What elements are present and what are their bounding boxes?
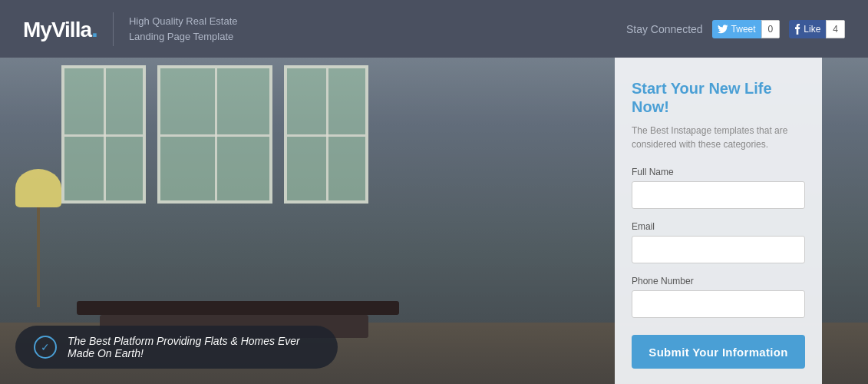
facebook-icon: Like [789, 20, 826, 38]
full-name-input[interactable] [632, 181, 805, 209]
submit-button[interactable]: Submit Your Information [632, 335, 805, 369]
logo-text: MyVilla. [23, 15, 97, 43]
check-circle: ✓ [34, 336, 57, 359]
logo-area: MyVilla. High Quality Real Estate Landin… [23, 12, 267, 46]
logo-dot: . [91, 15, 97, 42]
lamp-shade [15, 169, 61, 207]
like-count: 4 [826, 20, 845, 38]
like-label: Like [804, 24, 820, 35]
like-button[interactable]: Like 4 [789, 20, 845, 38]
window-3 [284, 65, 368, 204]
win-cross-v [104, 68, 106, 200]
table-top [77, 301, 399, 315]
form-subtitle: The Best Instapage templates that are co… [632, 124, 805, 151]
tagline: High Quality Real Estate Landing Page Te… [129, 14, 267, 44]
email-label: Email [632, 221, 805, 232]
form-panel: Start Your New Life Now! The Best Instap… [615, 58, 822, 384]
check-icon: ✓ [41, 341, 50, 353]
phone-input[interactable] [632, 290, 805, 318]
tweet-count: 0 [761, 20, 781, 38]
email-input[interactable] [632, 236, 805, 263]
phone-group: Phone Number [632, 276, 805, 318]
win-cross-v-3 [326, 68, 328, 200]
phone-label: Phone Number [632, 276, 805, 286]
email-group: Email [632, 221, 805, 263]
header: MyVilla. High Quality Real Estate Landin… [0, 0, 868, 58]
window-area [46, 58, 584, 270]
logo-divider [113, 12, 114, 46]
lamp [8, 169, 69, 323]
full-name-group: Full Name [632, 167, 805, 209]
tweet-label: Tweet [731, 24, 756, 35]
tweet-button[interactable]: Tweet 0 [712, 20, 781, 38]
form-title: Start Your New Life Now! [632, 79, 805, 116]
full-name-label: Full Name [632, 167, 805, 177]
window-1 [61, 65, 146, 204]
stay-connected-area: Stay Connected Tweet 0 Like 4 [626, 20, 845, 38]
window-2 [157, 65, 272, 204]
main: ✓ The Best Platform Providing Flats & Ho… [0, 58, 868, 384]
win-cross-v-2 [215, 68, 217, 200]
logo-brand: MyVilla [23, 18, 91, 41]
stay-connected-label: Stay Connected [626, 23, 703, 35]
banner-text: The Best Platform Providing Flats & Home… [68, 335, 319, 359]
bottom-banner: ✓ The Best Platform Providing Flats & Ho… [15, 326, 338, 369]
twitter-icon: Tweet [712, 20, 761, 38]
lamp-pole [37, 207, 40, 307]
